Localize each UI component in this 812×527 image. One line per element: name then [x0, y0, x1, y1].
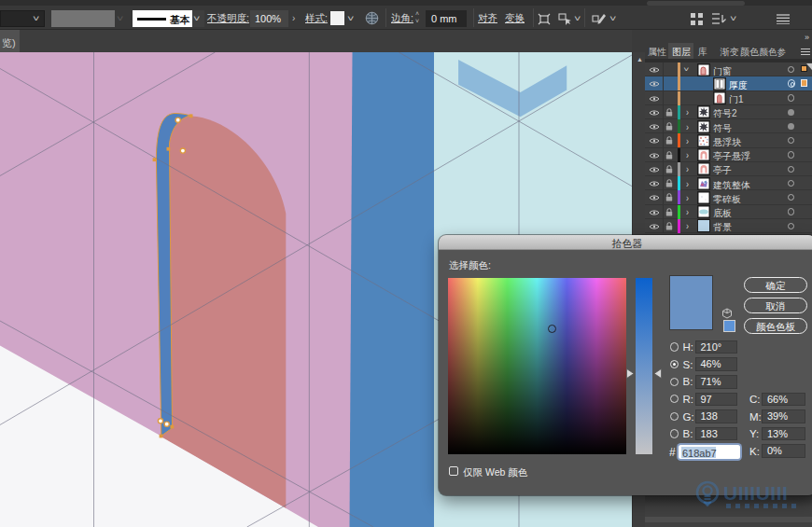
svg-text:UIIIUIII: UIIIUIII — [723, 482, 788, 504]
